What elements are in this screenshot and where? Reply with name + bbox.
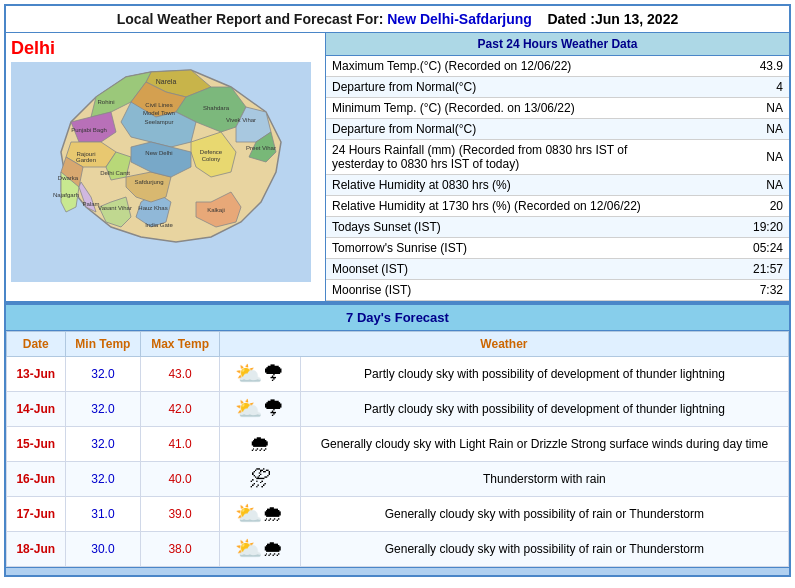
page-header: Local Weather Report and Forecast For: N…: [6, 6, 789, 33]
weather-param-value: NA: [673, 175, 789, 196]
forecast-description: Partly cloudy sky with possibility of de…: [300, 357, 788, 392]
forecast-min-temp: 32.0: [65, 392, 141, 427]
svg-text:Garden: Garden: [76, 157, 96, 163]
weather-param-label: Moonset (IST): [326, 259, 673, 280]
svg-text:Punjabi Bagh: Punjabi Bagh: [71, 127, 107, 133]
weather-param-value: NA: [673, 140, 789, 175]
svg-text:Kalkaji: Kalkaji: [207, 207, 225, 213]
table-row: 24 Hours Rainfall (mm) (Recorded from 08…: [326, 140, 789, 175]
forecast-max-temp: 43.0: [141, 357, 220, 392]
table-row: Relative Humidity at 1730 hrs (%) (Recor…: [326, 196, 789, 217]
forecast-header: 7 Day's Forecast: [6, 305, 789, 331]
weather-param-value: 4: [673, 77, 789, 98]
forecast-date: 15-Jun: [7, 427, 66, 462]
weather-param-label: Minimum Temp. (°C) (Recorded. on 13/06/2…: [326, 98, 673, 119]
forecast-icon: ⛅🌧: [219, 532, 300, 567]
svg-text:Vivek Vihar: Vivek Vihar: [226, 117, 256, 123]
table-row: Moonrise (IST)7:32: [326, 280, 789, 301]
svg-text:Seelampur: Seelampur: [144, 119, 173, 125]
forecast-date: 16-Jun: [7, 462, 66, 497]
table-row: Maximum Temp.(°C) (Recorded on 12/06/22)…: [326, 56, 789, 77]
col-min-temp: Min Temp: [65, 332, 141, 357]
svg-text:Vasant Vihar: Vasant Vihar: [98, 205, 132, 211]
svg-text:Narela: Narela: [156, 78, 177, 85]
forecast-table: Date Min Temp Max Temp Weather 13-Jun 32…: [6, 331, 789, 567]
forecast-min-temp: 30.0: [65, 532, 141, 567]
weather-param-label: Relative Humidity at 1730 hrs (%) (Recor…: [326, 196, 673, 217]
table-row: 15-Jun 32.0 41.0 🌧 Generally cloudy sky …: [7, 427, 789, 462]
table-row: 16-Jun 32.0 40.0 ⛈ Thunderstorm with rai…: [7, 462, 789, 497]
forecast-min-temp: 32.0: [65, 357, 141, 392]
svg-text:Civil Lines: Civil Lines: [145, 102, 172, 108]
table-row: Relative Humidity at 0830 hrs (%)NA: [326, 175, 789, 196]
col-weather: Weather: [219, 332, 788, 357]
svg-text:Delhi Cantt: Delhi Cantt: [100, 170, 130, 176]
forecast-min-temp: 31.0: [65, 497, 141, 532]
weather-param-label: Relative Humidity at 0830 hrs (%): [326, 175, 673, 196]
weather-param-value: 19:20: [673, 217, 789, 238]
table-row: 13-Jun 32.0 43.0 ⛅🌩 Partly cloudy sky wi…: [7, 357, 789, 392]
forecast-max-temp: 41.0: [141, 427, 220, 462]
past24-header: Past 24 Hours Weather Data: [326, 33, 789, 56]
forecast-description: Generally cloudy sky with Light Rain or …: [300, 427, 788, 462]
forecast-icon: 🌧: [219, 427, 300, 462]
weather-param-value: 7:32: [673, 280, 789, 301]
forecast-date: 13-Jun: [7, 357, 66, 392]
col-date: Date: [7, 332, 66, 357]
svg-text:Shahdara: Shahdara: [203, 105, 230, 111]
header-location: New Delhi-Safdarjung: [387, 11, 532, 27]
forecast-description: Generally cloudy sky with possibility of…: [300, 532, 788, 567]
forecast-max-temp: 42.0: [141, 392, 220, 427]
weather-param-value: 21:57: [673, 259, 789, 280]
weather-param-value: 43.9: [673, 56, 789, 77]
table-row: 14-Jun 32.0 42.0 ⛅🌩 Partly cloudy sky wi…: [7, 392, 789, 427]
svg-text:India Gate: India Gate: [145, 222, 173, 228]
map-section: Delhi: [6, 33, 326, 301]
forecast-date: 14-Jun: [7, 392, 66, 427]
forecast-max-temp: 38.0: [141, 532, 220, 567]
forecast-icon: ⛈: [219, 462, 300, 497]
forecast-max-temp: 40.0: [141, 462, 220, 497]
forecast-date: 18-Jun: [7, 532, 66, 567]
table-row: Departure from Normal(°C)NA: [326, 119, 789, 140]
table-row: Departure from Normal(°C)4: [326, 77, 789, 98]
header-title: Local Weather Report and Forecast For:: [117, 11, 384, 27]
svg-text:Defence: Defence: [200, 149, 223, 155]
weather-param-value: NA: [673, 119, 789, 140]
col-max-temp: Max Temp: [141, 332, 220, 357]
table-row: Tomorrow's Sunrise (IST)05:24: [326, 238, 789, 259]
svg-text:Preet Vihar: Preet Vihar: [246, 145, 276, 151]
forecast-date: 17-Jun: [7, 497, 66, 532]
weather-param-label: Maximum Temp.(°C) (Recorded on 12/06/22): [326, 56, 673, 77]
forecast-description: Generally cloudy sky with possibility of…: [300, 497, 788, 532]
svg-text:Model Town: Model Town: [143, 110, 175, 116]
footer-strip: [6, 567, 789, 575]
weather-param-label: Tomorrow's Sunrise (IST): [326, 238, 673, 259]
svg-text:Hauz Khas: Hauz Khas: [138, 205, 167, 211]
table-row: Moonset (IST)21:57: [326, 259, 789, 280]
map-title: Delhi: [11, 38, 320, 59]
forecast-min-temp: 32.0: [65, 462, 141, 497]
header-dated-label: Dated :: [547, 11, 594, 27]
weather-param-label: Todays Sunset (IST): [326, 217, 673, 238]
header-date: Jun 13, 2022: [595, 11, 678, 27]
weather-param-value: 05:24: [673, 238, 789, 259]
weather-param-label: Departure from Normal(°C): [326, 77, 673, 98]
svg-text:Rohini: Rohini: [97, 99, 114, 105]
weather-param-label: Departure from Normal(°C): [326, 119, 673, 140]
svg-text:New Delhi: New Delhi: [145, 150, 172, 156]
svg-text:Dwarka: Dwarka: [58, 175, 79, 181]
table-row: 18-Jun 30.0 38.0 ⛅🌧 Generally cloudy sky…: [7, 532, 789, 567]
forecast-description: Thunderstorm with rain: [300, 462, 788, 497]
weather-data-section: Past 24 Hours Weather Data Maximum Temp.…: [326, 33, 789, 301]
table-row: Todays Sunset (IST)19:20: [326, 217, 789, 238]
svg-text:Palam: Palam: [82, 201, 99, 207]
weather-param-value: 20: [673, 196, 789, 217]
weather-param-label: Moonrise (IST): [326, 280, 673, 301]
forecast-description: Partly cloudy sky with possibility of de…: [300, 392, 788, 427]
svg-text:Colony: Colony: [202, 156, 221, 162]
forecast-icon: ⛅🌩: [219, 357, 300, 392]
forecast-icon: ⛅🌩: [219, 392, 300, 427]
table-row: 17-Jun 31.0 39.0 ⛅🌧 Generally cloudy sky…: [7, 497, 789, 532]
svg-text:Najafgarh: Najafgarh: [53, 192, 79, 198]
